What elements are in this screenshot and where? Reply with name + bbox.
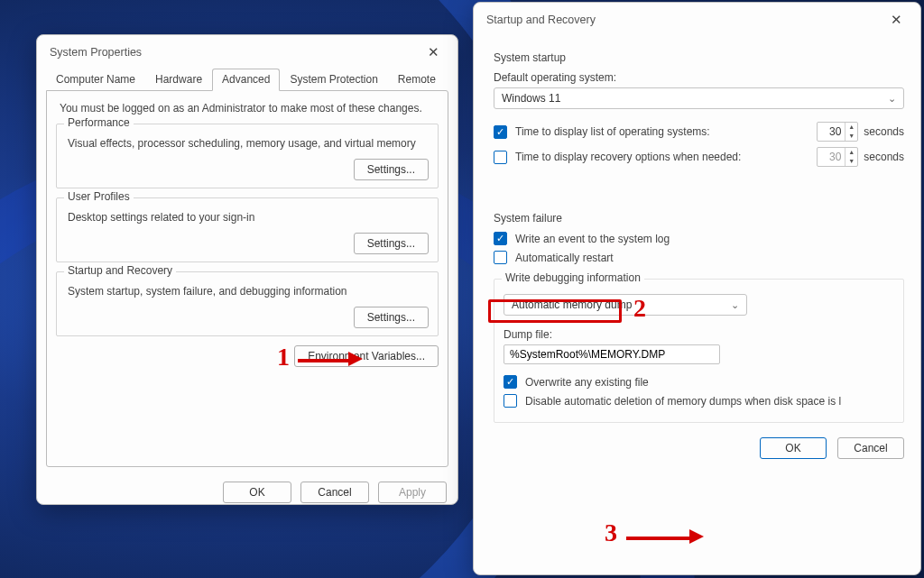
- dialog-title: System Properties: [50, 46, 142, 59]
- tabs: Computer Name Hardware Advanced System P…: [37, 66, 457, 90]
- default-os-select[interactable]: Windows 11 ⌄: [494, 87, 904, 109]
- display-recovery-seconds-stepper[interactable]: ▲▼: [817, 147, 858, 167]
- auto-restart-label: Automatically restart: [515, 252, 614, 264]
- write-event-checkbox[interactable]: [494, 232, 507, 245]
- display-os-list-seconds-input[interactable]: [818, 123, 845, 141]
- disable-autodelete-checkbox[interactable]: [504, 394, 517, 408]
- tab-system-protection[interactable]: System Protection: [280, 69, 387, 91]
- desc-startup-recovery: System startup, system failure, and debu…: [68, 285, 427, 298]
- debug-dump-value: Automatic memory dump: [512, 298, 632, 311]
- legend-write-debug: Write debugging information: [502, 271, 644, 284]
- desc-user-profiles: Desktop settings related to your sign-in: [68, 211, 427, 224]
- spin-up-icon[interactable]: ▲: [845, 123, 857, 132]
- performance-settings-button[interactable]: Settings...: [354, 159, 429, 180]
- overwrite-label: Overwrite any existing file: [525, 376, 649, 389]
- legend-performance: Performance: [64, 116, 134, 129]
- cancel-button[interactable]: Cancel: [300, 482, 369, 503]
- default-os-value: Windows 11: [502, 92, 560, 105]
- display-recovery-label: Time to display recovery options when ne…: [515, 151, 808, 163]
- display-recovery-seconds-input[interactable]: [818, 148, 845, 166]
- overwrite-checkbox[interactable]: [504, 375, 517, 389]
- display-os-list-checkbox[interactable]: [494, 125, 507, 139]
- group-startup-recovery: Startup and Recovery System startup, sys…: [56, 271, 439, 336]
- admin-note: You must be logged on as an Administrato…: [60, 102, 439, 115]
- dialog-title: Startup and Recovery: [486, 14, 596, 26]
- chevron-down-icon: ⌄: [731, 299, 739, 311]
- system-properties-dialog: System Properties ✕ Computer Name Hardwa…: [36, 34, 458, 505]
- auto-restart-checkbox[interactable]: [494, 251, 507, 264]
- dump-file-label: Dump file:: [504, 328, 894, 341]
- section-system-startup: System startup: [494, 51, 904, 64]
- group-user-profiles: User Profiles Desktop settings related t…: [56, 197, 439, 262]
- legend-user-profiles: User Profiles: [64, 190, 134, 203]
- ok-button[interactable]: OK: [760, 437, 827, 459]
- spin-up-icon[interactable]: ▲: [845, 148, 857, 157]
- group-performance: Performance Visual effects, processor sc…: [56, 124, 439, 188]
- disable-autodelete-label: Disable automatic deletion of memory dum…: [525, 395, 841, 408]
- seconds-label: seconds: [864, 151, 904, 163]
- debug-dump-select[interactable]: Automatic memory dump ⌄: [504, 294, 747, 316]
- cancel-button[interactable]: Cancel: [837, 437, 904, 459]
- tab-hardware[interactable]: Hardware: [145, 69, 212, 91]
- ok-button[interactable]: OK: [223, 482, 291, 503]
- display-os-list-seconds-stepper[interactable]: ▲▼: [817, 122, 858, 142]
- write-event-label: Write an event to the system log: [515, 233, 670, 245]
- environment-variables-button[interactable]: Environment Variables...: [294, 345, 439, 367]
- default-os-label: Default operating system:: [494, 71, 904, 84]
- seconds-label: seconds: [864, 125, 904, 138]
- dump-file-input[interactable]: [504, 344, 720, 364]
- startup-recovery-dialog: Startup and Recovery ✕ System startup De…: [473, 2, 921, 575]
- display-recovery-checkbox[interactable]: [494, 151, 507, 164]
- section-system-failure: System failure: [494, 212, 904, 225]
- spin-down-icon[interactable]: ▼: [845, 157, 857, 166]
- tab-remote[interactable]: Remote: [388, 69, 446, 91]
- apply-button[interactable]: Apply: [378, 482, 447, 503]
- close-icon[interactable]: ✕: [885, 12, 908, 28]
- display-os-list-label: Time to display list of operating system…: [515, 125, 808, 138]
- tab-content: You must be logged on as an Administrato…: [46, 90, 448, 467]
- chevron-down-icon: ⌄: [888, 93, 896, 105]
- desc-performance: Visual effects, processor scheduling, me…: [68, 137, 427, 150]
- dialog-footer: OK Cancel Apply: [37, 474, 457, 512]
- tab-advanced[interactable]: Advanced: [212, 69, 280, 91]
- legend-startup-recovery: Startup and Recovery: [64, 264, 176, 277]
- dialog-footer: OK Cancel: [474, 430, 920, 472]
- spin-down-icon[interactable]: ▼: [845, 132, 857, 141]
- user-profiles-settings-button[interactable]: Settings...: [354, 233, 429, 254]
- close-icon[interactable]: ✕: [422, 44, 445, 60]
- tab-computer-name[interactable]: Computer Name: [46, 69, 145, 91]
- titlebar: Startup and Recovery ✕: [474, 3, 920, 33]
- titlebar: System Properties ✕: [37, 35, 457, 66]
- startup-recovery-settings-button[interactable]: Settings...: [354, 307, 429, 328]
